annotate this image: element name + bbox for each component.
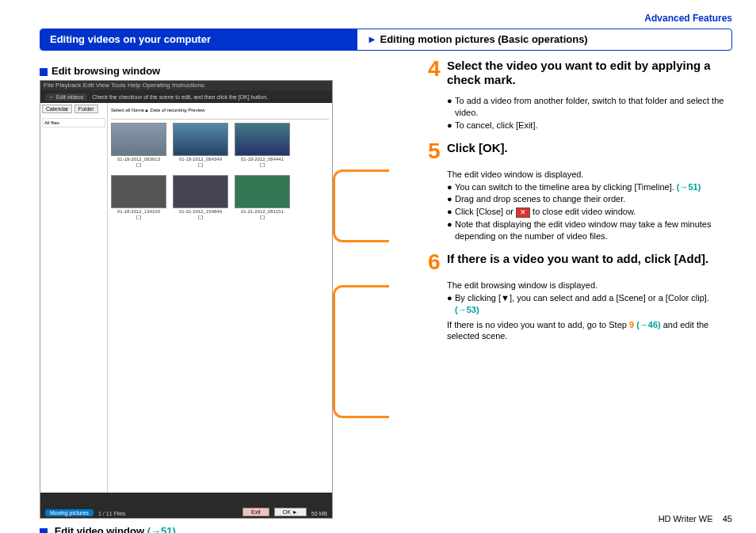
instruction-bar: ← Edit videos Check the checkbox of the … bbox=[40, 90, 332, 103]
step-number: 5 bbox=[428, 141, 447, 161]
thumbnails-area: Select all Name▲ Date of recording Previ… bbox=[108, 103, 332, 493]
header-right-text: Editing motion pictures (Basic operation… bbox=[380, 33, 588, 45]
step-title: Select the video you want to edit by app… bbox=[447, 59, 732, 87]
page-link-53[interactable]: (→53) bbox=[455, 305, 479, 314]
breadcrumb-link[interactable]: Advanced Features bbox=[40, 13, 732, 24]
header-right: ► Editing motion pictures (Basic operati… bbox=[357, 29, 731, 50]
step-number: 4 bbox=[428, 59, 447, 87]
file-count: 1 / 11 Files bbox=[98, 511, 125, 516]
page-footer: HD Writer WE 45 bbox=[659, 514, 732, 523]
callout-arrow bbox=[333, 285, 389, 418]
sub-heading-browsing: Edit browsing window bbox=[40, 65, 365, 77]
sidebar: Calendar Folder All files bbox=[40, 103, 108, 493]
ok-button[interactable]: OK ► bbox=[274, 508, 307, 516]
selected-size: 50 MB bbox=[311, 511, 327, 516]
step-6: 6 If there is a video you want to add, c… bbox=[428, 252, 732, 272]
step-5: 5 Click [OK]. bbox=[428, 141, 732, 161]
page-link-51[interactable]: (→51) bbox=[677, 182, 701, 192]
exit-button[interactable]: Exit bbox=[242, 508, 269, 516]
step-title: Click [OK]. bbox=[447, 141, 508, 161]
video-thumb[interactable]: 01-18-2012_084349☐ bbox=[173, 123, 228, 169]
play-icon: ► bbox=[367, 33, 377, 45]
calendar-tab[interactable]: Calendar bbox=[42, 105, 72, 113]
step6-intro: The edit browsing window is displayed. bbox=[447, 280, 732, 291]
callout-arrow bbox=[333, 169, 389, 242]
step-title: If there is a video you want to add, cli… bbox=[447, 252, 708, 272]
moving-pictures-tab[interactable]: Moving pictures bbox=[45, 509, 94, 516]
back-button[interactable]: ← Edit videos bbox=[45, 93, 87, 101]
app-menu-bar: File Playback Edit View Tools Help Opera… bbox=[40, 81, 332, 90]
sub-heading-editvideo: Edit video window (→51) bbox=[40, 525, 365, 533]
header-left: Editing videos on your computer bbox=[40, 29, 357, 50]
close-icon: ✕ bbox=[516, 207, 530, 218]
step4-bullet2: To cancel, click [Exit]. bbox=[455, 120, 538, 131]
step5-bullet4: Note that displaying the edit video wind… bbox=[455, 219, 732, 242]
step4-bullet1: To add a video from another folder, swit… bbox=[455, 95, 732, 119]
video-thumb[interactable]: 01-18-2012_083913☐ bbox=[111, 123, 166, 169]
screenshot-browsing-window: File Playback Edit View Tools Help Opera… bbox=[40, 80, 333, 519]
columns-header: Select all Name▲ Date of recording Previ… bbox=[111, 106, 329, 120]
step-4: 4 Select the video you want to edit by a… bbox=[428, 59, 732, 87]
section-header: Editing videos on your computer ► Editin… bbox=[40, 29, 732, 51]
folder-tab[interactable]: Folder bbox=[74, 105, 98, 113]
step5-bullet2: Drag and drop scenes to change their ord… bbox=[455, 193, 625, 205]
video-thumb[interactable]: 01-21-2012_154849☐ bbox=[173, 175, 228, 221]
step5-intro: The edit video window is displayed. bbox=[447, 169, 732, 181]
step-number: 6 bbox=[428, 252, 447, 272]
video-thumb[interactable]: 01-18-2012_134100☐ bbox=[111, 175, 166, 221]
folder-item[interactable]: All files bbox=[42, 118, 105, 128]
instruction-text: Check the checkbox of the scene to edit,… bbox=[92, 94, 268, 100]
footer-bar: Moving pictures 1 / 11 Files Exit OK ► 5… bbox=[40, 493, 332, 518]
page-link-46[interactable]: (→46) bbox=[636, 320, 661, 329]
video-thumb[interactable]: 01-21-2012_081151☐ bbox=[235, 175, 290, 221]
video-thumb[interactable]: 01-18-2012_084441☐ bbox=[235, 123, 290, 169]
page-link-51[interactable]: (→51) bbox=[147, 525, 176, 533]
